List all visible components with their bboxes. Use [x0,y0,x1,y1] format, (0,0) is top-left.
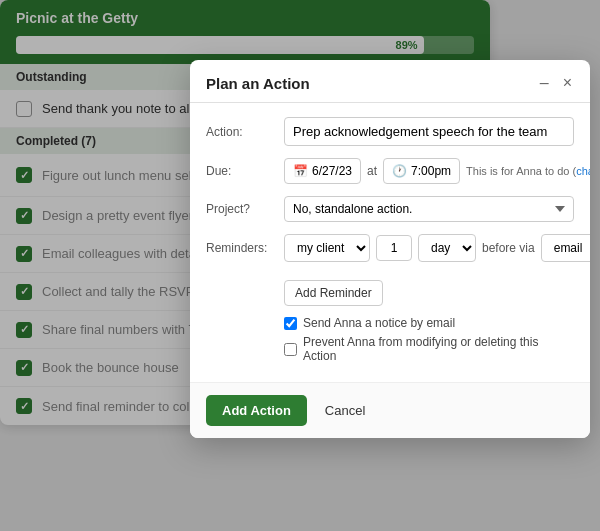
modal-title: Plan an Action [206,75,310,92]
action-input[interactable] [284,117,574,146]
due-label: Due: [206,164,276,178]
calendar-icon: 📅 [293,164,308,178]
clock-icon: 🕐 [392,164,407,178]
reminder-controls: my client day before via email [284,234,590,262]
reminders-label: Reminders: [206,241,276,255]
due-date-value: 6/27/23 [312,164,352,178]
before-via-label: before via [482,241,535,255]
reminder-number-input[interactable] [376,235,412,261]
add-action-button[interactable]: Add Action [206,395,307,426]
reminder-who-select[interactable]: my client [284,234,370,262]
anna-note: This is for Anna to do (change) [466,165,590,177]
prevent-modify-checkbox[interactable] [284,343,297,356]
prevent-modify-label[interactable]: Prevent Anna from modifying or deleting … [303,335,574,363]
due-date-field[interactable]: 📅 6/27/23 [284,158,361,184]
checkbox-section: Send Anna a notice by email Prevent Anna… [206,316,574,363]
reminders-row: Reminders: my client day before via emai… [206,234,574,262]
at-label: at [367,164,377,178]
send-notice-label[interactable]: Send Anna a notice by email [303,316,455,330]
reminder-channel-select[interactable]: email [541,234,590,262]
due-row: Due: 📅 6/27/23 at 🕐 7:00pm This is for A… [206,158,574,184]
reminder-unit-select[interactable]: day [418,234,476,262]
project-label: Project? [206,202,276,216]
action-row: Action: [206,117,574,146]
project-select[interactable]: No, standalone action. [284,196,574,222]
checkbox-row-2: Prevent Anna from modifying or deleting … [284,335,574,363]
add-reminder-section: Add Reminder [206,274,574,306]
change-link[interactable]: change [576,165,590,177]
cancel-button[interactable]: Cancel [317,395,373,426]
due-date-row: 📅 6/27/23 at 🕐 7:00pm This is for Anna t… [284,158,590,184]
modal-header: Plan an Action – × [190,60,590,103]
add-reminder-button[interactable]: Add Reminder [284,280,383,306]
modal-body: Action: Due: 📅 6/27/23 at 🕐 7:00pm [190,103,590,382]
due-time-field[interactable]: 🕐 7:00pm [383,158,460,184]
checkbox-row-1: Send Anna a notice by email [284,316,574,330]
minimize-button[interactable]: – [538,74,551,92]
plan-action-modal: Plan an Action – × Action: Due: 📅 6/27/2… [190,60,590,438]
action-label: Action: [206,125,276,139]
modal-controls: – × [538,74,574,92]
send-notice-checkbox[interactable] [284,317,297,330]
modal-overlay: Plan an Action – × Action: Due: 📅 6/27/2… [0,0,600,531]
close-button[interactable]: × [561,74,574,92]
project-row: Project? No, standalone action. [206,196,574,222]
due-time-value: 7:00pm [411,164,451,178]
modal-footer: Add Action Cancel [190,382,590,438]
